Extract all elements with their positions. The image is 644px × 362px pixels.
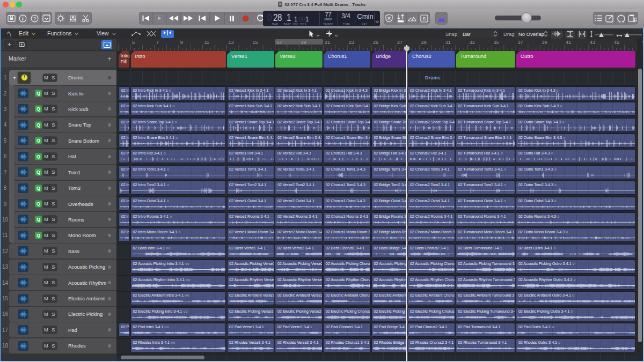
- svg-text:S: S: [422, 16, 426, 21]
- svg-text:?: ?: [33, 16, 36, 21]
